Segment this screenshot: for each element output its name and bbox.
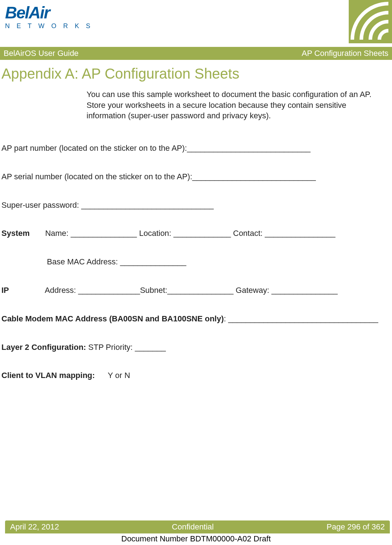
footer-bar: April 22, 2012 Confidential Page 296 of …	[5, 520, 390, 533]
system-fields: Name: _______________ Location: ________…	[45, 229, 335, 238]
vlan-label: Client to VLAN mapping:	[1, 371, 95, 380]
ip-row: IP Address: ______________Subnet:_______…	[1, 285, 391, 296]
page-title: Appendix A: AP Configuration Sheets	[1, 66, 392, 82]
system-label: System	[1, 228, 43, 239]
ap-serial-number-line: AP serial number (located on the sticker…	[1, 171, 391, 183]
header-area: BelAir N E T W O R K S	[0, 0, 392, 47]
intro-paragraph: You can use this sample worksheet to doc…	[87, 89, 378, 121]
worksheet-form: AP part number (located on the sticker o…	[0, 143, 392, 381]
ip-fields: Address: ______________Subnet:__________…	[45, 286, 338, 295]
document-page: BelAir N E T W O R K S BelAirOS User Gui…	[0, 0, 392, 545]
wifi-arc-icon	[349, 0, 392, 43]
layer2-label: Layer 2 Configuration:	[1, 343, 86, 352]
system-row: System Name: _______________ Location: _…	[1, 228, 391, 239]
footer-confidential: Confidential	[172, 522, 214, 532]
footer-date: April 22, 2012	[10, 522, 59, 532]
footer: April 22, 2012 Confidential Page 296 of …	[0, 520, 392, 545]
base-mac-line: Base MAC Address: _______________	[47, 256, 391, 268]
vlan-value: Y or N	[108, 371, 130, 380]
cable-modem-blank: : __________________________________	[224, 314, 378, 323]
document-number: Document Number BDTM00000-A02 Draft	[0, 533, 392, 545]
logo-text-belair: BelAir	[5, 4, 93, 21]
ap-part-number-line: AP part number (located on the sticker o…	[1, 143, 391, 154]
vlan-mapping-line: Client to VLAN mapping: Y or N	[1, 370, 391, 381]
banner-left: BelAirOS User Guide	[4, 49, 79, 58]
belair-logo: BelAir N E T W O R K S	[5, 4, 93, 30]
super-user-password-line: Super-user password: ___________________…	[1, 200, 391, 211]
footer-page: Page 296 of 362	[327, 522, 385, 532]
banner-right: AP Configuration Sheets	[301, 49, 388, 58]
cable-modem-line: Cable Modem MAC Address (BA00SN and BA10…	[1, 313, 391, 325]
layer2-rest: STP Priority: _______	[86, 343, 166, 352]
header-banner: BelAirOS User Guide AP Configuration She…	[0, 47, 392, 60]
cable-modem-label: Cable Modem MAC Address (BA00SN and BA10…	[1, 314, 224, 323]
layer2-line: Layer 2 Configuration: STP Priority: ___…	[1, 342, 391, 353]
logo-text-networks: N E T W O R K S	[5, 22, 93, 30]
ip-label: IP	[1, 285, 43, 296]
